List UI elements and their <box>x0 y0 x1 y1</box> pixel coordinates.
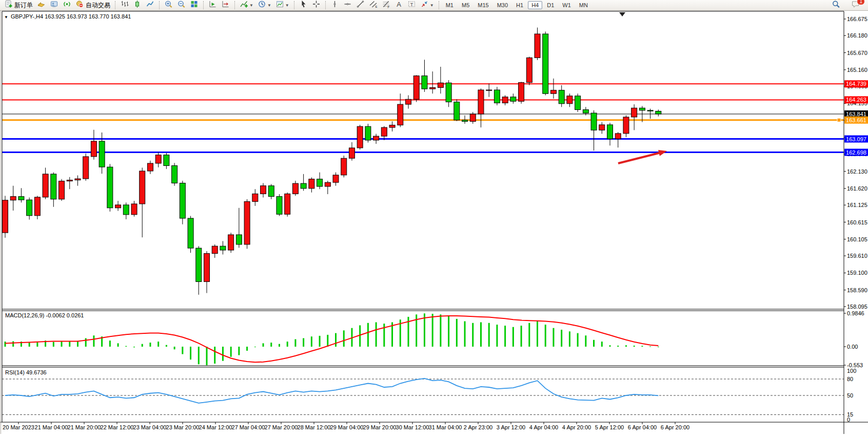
arrows-dropdown-caret[interactable]: ▼ <box>430 3 434 8</box>
price-tick-label: 165.160 <box>847 67 867 73</box>
candle-body <box>632 108 637 117</box>
cursor-button[interactable] <box>298 1 309 10</box>
timeframe-d1-button[interactable]: D1 <box>543 1 558 9</box>
timeframe-mn-button[interactable]: MN <box>576 1 591 9</box>
timeframe-w1-button[interactable]: W1 <box>559 1 575 9</box>
chart-shift-button[interactable] <box>220 1 231 10</box>
candle-body <box>550 90 556 94</box>
timeframe-m1-button[interactable]: M1 <box>442 1 457 9</box>
bar-chart-button[interactable] <box>119 1 130 10</box>
candle-body <box>454 102 460 120</box>
price-badge-label: 162.698 <box>846 149 866 156</box>
auto-scroll-button[interactable] <box>207 1 219 10</box>
zoom-in-button[interactable] <box>163 1 174 10</box>
new-order-button[interactable]: 新订单 <box>3 1 34 10</box>
periods-icon <box>258 0 266 10</box>
signals-button[interactable] <box>61 1 73 10</box>
candle-body <box>591 113 597 130</box>
indicators-button[interactable]: ▼ <box>238 1 255 10</box>
price-tick-label: 159.100 <box>847 270 867 276</box>
macd-bar <box>319 336 321 347</box>
channel-button[interactable]: E <box>367 1 379 10</box>
crosshair-button[interactable] <box>310 1 322 10</box>
time-tick-label: 29 Mar 20:00 <box>363 424 397 430</box>
price-badge-label: 164.263 <box>846 97 866 103</box>
macd-bar <box>206 347 208 365</box>
navigator-button[interactable] <box>48 1 60 10</box>
fibonacci-button[interactable]: F <box>380 1 392 10</box>
periods-button[interactable]: ▼ <box>256 1 273 10</box>
new-order-label: 新订单 <box>14 1 33 10</box>
text-label-button[interactable]: T <box>406 1 418 10</box>
toolbar-right-group: 1 <box>830 1 868 10</box>
candle-body <box>285 194 290 214</box>
macd-bar <box>367 323 369 347</box>
svg-text:T: T <box>410 2 413 7</box>
market-watch-button[interactable] <box>35 1 47 10</box>
candle-body <box>75 179 81 180</box>
macd-bar <box>117 343 119 347</box>
time-tick-label: 27 Mar 04:00 <box>232 424 265 430</box>
macd-bar <box>617 346 619 347</box>
time-tick-label: 29 Mar 04:00 <box>330 424 364 430</box>
macd-bar <box>29 343 30 347</box>
indicators-dropdown-caret[interactable]: ▼ <box>249 3 253 8</box>
zoom-out-button[interactable] <box>175 1 187 10</box>
macd-bar <box>263 343 264 347</box>
macd-bar <box>609 345 611 347</box>
candle-body <box>373 136 379 140</box>
auto-trading-button[interactable]: 自动交易 <box>74 1 112 10</box>
candle-body <box>91 141 96 157</box>
search-button[interactable] <box>830 1 842 10</box>
macd-bar <box>335 333 337 347</box>
candle-body <box>430 87 436 89</box>
time-tick-label: 5 Apr 12:00 <box>595 424 624 430</box>
candle-body <box>599 125 605 130</box>
candle-body <box>615 134 621 139</box>
macd-bar <box>93 335 94 347</box>
hline-handle[interactable] <box>837 118 841 122</box>
price-badge-label: 163.841 <box>846 111 866 117</box>
periods-dropdown-caret[interactable]: ▼ <box>267 3 271 8</box>
text-button[interactable]: A <box>393 1 405 10</box>
timeframe-m15-button[interactable]: M15 <box>474 1 492 9</box>
arrows-button[interactable]: ▼ <box>419 1 436 10</box>
templates-icon <box>275 0 284 10</box>
time-tick-label: 4 Apr 20:00 <box>562 424 591 430</box>
timeframe-h1-button[interactable]: H1 <box>512 1 527 9</box>
macd-bar <box>432 314 433 347</box>
tile-windows-icon <box>190 0 199 10</box>
candle-body <box>172 166 177 183</box>
templates-button[interactable]: ▼ <box>274 1 291 10</box>
candle-body <box>164 155 169 166</box>
vertical-line-button[interactable] <box>329 1 341 10</box>
macd-bar <box>521 326 522 347</box>
timeframe-h4-button[interactable]: H4 <box>528 1 542 9</box>
community-button[interactable]: 1 <box>850 1 861 10</box>
candle-body <box>180 183 185 218</box>
timeframe-m5-button[interactable]: M5 <box>458 1 473 9</box>
line-chart-button[interactable] <box>144 1 156 10</box>
macd-bar <box>569 331 570 347</box>
candlestick-chart-button[interactable] <box>131 1 143 10</box>
macd-bar <box>545 325 546 347</box>
templates-dropdown-caret[interactable]: ▼ <box>285 3 289 8</box>
collapse-triangle-icon[interactable]: ▼ <box>4 15 8 20</box>
macd-bar <box>5 342 6 347</box>
candle-body <box>422 76 427 89</box>
timeframe-m30-button[interactable]: M30 <box>494 1 511 9</box>
auto-trading-icon <box>75 0 84 10</box>
candle-body <box>277 197 282 215</box>
horizontal-line-button[interactable] <box>342 1 353 10</box>
trendline-button[interactable] <box>354 1 366 10</box>
macd-bar <box>157 342 159 347</box>
macd-bar <box>464 321 466 347</box>
macd-bar <box>190 347 191 360</box>
macd-bar <box>246 347 248 351</box>
indicators-icon <box>240 0 248 10</box>
candle-body <box>535 34 540 58</box>
tile-windows-button[interactable] <box>188 1 200 10</box>
crosshair-icon <box>312 0 321 10</box>
line-chart-icon <box>146 0 154 10</box>
chart-canvas[interactable]: 166.675166.180165.670165.160164.665164.1… <box>0 0 868 435</box>
